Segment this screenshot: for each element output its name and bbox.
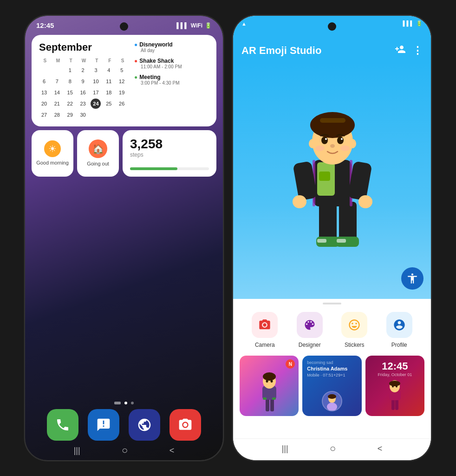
ar-person-mode-button[interactable] [401,267,423,290]
good-morning-widget[interactable]: ☀ Good morning [32,130,73,177]
svg-point-35 [270,380,273,383]
going-out-widget[interactable]: 🏠 Going out [77,130,119,177]
left-phone: 12:45 ▌▌▌ WiFi 🔋 September S M T W T F S [24,15,224,461]
preview-card-emoji[interactable]: N [240,356,299,416]
page-indicator [114,402,134,404]
avatar-figure [323,392,341,410]
cal-day-16[interactable]: 16 [78,87,88,98]
more-vert-icon[interactable]: ⋮ [412,45,423,57]
cal-day-2[interactable]: 2 [78,65,88,75]
ar-bottom-sheet: Camera Designer Stickers [233,299,431,438]
dock-camera-app[interactable] [169,409,201,441]
cal-day-6[interactable]: 6 [39,76,49,86]
cal-day-27[interactable]: 27 [39,110,49,120]
svg-rect-37 [272,397,276,400]
svg-point-26 [309,139,316,148]
power-button[interactable] [223,81,224,109]
cal-day-24-today[interactable]: 24 [91,99,101,109]
cal-day-14[interactable]: 14 [52,87,62,98]
going-out-label: Going out [87,161,109,167]
ar-title-container: AR Emoji Studio [241,45,321,57]
cal-day-28[interactable]: 28 [52,110,62,120]
dot-blue-icon: ● [134,41,137,48]
steps-widget[interactable]: 3,258 steps [123,130,216,177]
cal-header-t2: T [91,57,103,64]
calendar-month: September [39,41,129,53]
cal-day-1[interactable]: 1 [65,65,75,75]
designer-menu-label: Designer [299,342,321,348]
person-add-icon[interactable] [395,44,406,58]
cal-day-3[interactable]: 3 [91,65,101,75]
cal-day-7[interactable]: 7 [52,76,62,86]
right-nav-home-icon[interactable]: ○ [330,443,336,455]
cal-day-12[interactable]: 12 [117,76,127,86]
right-nav-back-icon[interactable]: ||| [282,444,288,454]
right-nav-bar: ||| ○ < [233,438,431,460]
cal-day-15[interactable]: 15 [65,87,75,98]
right-signal-icon: ▌▌▌ [403,20,414,26]
app-dock [25,409,223,441]
cal-day-22[interactable]: 22 [65,99,75,109]
calendar-widget[interactable]: September S M T W T F S 1 2 3 4 5 [32,35,216,126]
cal-day-26[interactable]: 26 [117,99,127,109]
menu-item-stickers[interactable]: Stickers [338,312,371,348]
menu-item-camera[interactable]: Camera [248,312,281,348]
left-status-icons: ▌▌▌ WiFi 🔋 [176,22,212,29]
svg-rect-0 [319,202,337,241]
svg-rect-1 [339,202,357,241]
menu-item-designer[interactable]: Designer [293,312,326,348]
ar-header-buttons: ⋮ [395,44,423,58]
dot-red-icon: ● [134,58,137,64]
svg-rect-28 [319,172,330,181]
cal-header-w: W [78,57,90,64]
nav-home-icon[interactable]: ○ [122,444,128,456]
lockscreen-emoji-figure [384,380,405,412]
cal-header-s1: S [39,57,51,64]
cal-day-4[interactable]: 4 [104,65,114,75]
svg-point-22 [341,138,343,140]
cal-day-10[interactable]: 10 [91,76,101,86]
event-meeting[interactable]: ●Meeting 3:00 PM - 4:30 PM [134,74,209,86]
cal-day-20[interactable]: 20 [39,99,49,109]
contact-detail: Mobile · 07:51+29+1 [307,373,357,377]
event-disneyworld[interactable]: ●Disneyworld All day [134,41,209,53]
front-camera [120,22,128,31]
nav-back-icon[interactable]: ||| [74,446,80,456]
preview-card-lockscreen[interactable]: 12:45 Friday, October 01 [365,356,424,416]
cal-day-11[interactable]: 11 [104,76,114,86]
cal-day-17[interactable]: 17 [91,87,101,98]
cal-day-8[interactable]: 8 [65,76,75,86]
right-nav-recents-icon[interactable]: < [378,444,383,454]
cal-day-23[interactable]: 23 [78,99,88,109]
event-shakeshack[interactable]: ●Shake Shack 11:00 AM - 2:00 PM [134,58,209,69]
dock-messages-app[interactable] [88,409,119,441]
ar-studio-title: AR Emoji Studio [241,45,321,57]
stickers-menu-label: Stickers [345,342,365,348]
wifi-icon: WiFi [191,22,202,29]
preview-card-contact[interactable]: becoming sad Christina Adams Mobile · 07… [302,356,361,416]
cal-day-18[interactable]: 18 [104,87,114,98]
cal-day-21[interactable]: 21 [52,99,62,109]
dock-internet-app[interactable] [129,409,160,441]
widgets-row: ☀ Good morning 🏠 Going out 3,258 steps [32,130,216,177]
right-power-button[interactable] [431,81,432,109]
cal-day-13[interactable]: 13 [39,87,49,98]
designer-menu-icon [297,312,323,338]
lock-date-display: Friday, October 01 [365,372,424,377]
sheet-drag-handle[interactable] [323,303,341,304]
menu-item-profile[interactable]: Profile [383,312,416,348]
profile-menu-label: Profile [391,342,407,348]
cal-day-5[interactable]: 5 [117,65,127,75]
contact-name: Christina Adams [307,366,357,372]
cal-day-29[interactable]: 29 [65,110,75,120]
svg-point-40 [328,394,336,399]
nav-recents-icon[interactable]: < [169,446,175,456]
cal-day-9[interactable]: 9 [78,76,88,86]
contact-info: becoming sad Christina Adams Mobile · 07… [302,356,361,382]
cal-day-25[interactable]: 25 [104,99,114,109]
cal-day-19[interactable]: 19 [117,87,127,98]
dock-phone-app[interactable] [47,409,78,441]
svg-point-46 [389,381,400,386]
ar-menu-row: Camera Designer Stickers [233,312,431,356]
cal-day-30[interactable]: 30 [78,110,88,120]
